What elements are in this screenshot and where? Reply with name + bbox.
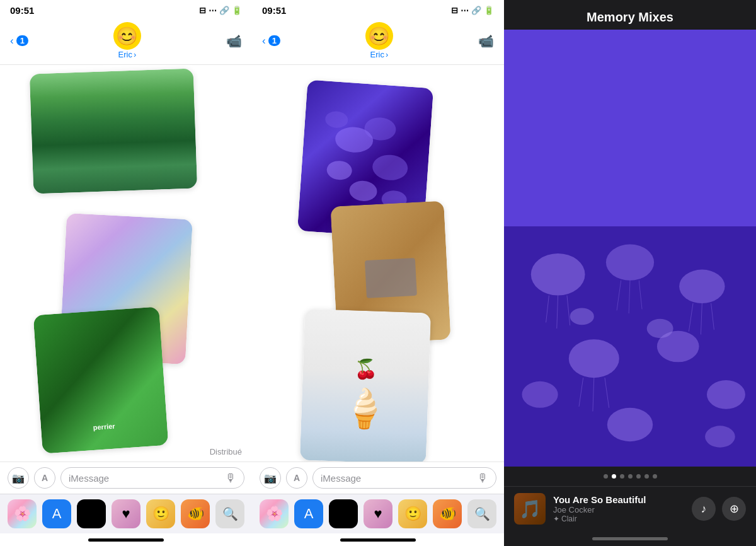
song-sub: ✦ Clair <box>553 514 684 523</box>
heart-icon-1: ♥ <box>122 506 130 522</box>
nemo-btn-1[interactable]: 🐠 <box>181 499 210 528</box>
camera-btn-2[interactable]: 📷 <box>260 467 281 489</box>
dot-7[interactable] <box>653 474 657 479</box>
message-area-2: 🍦 🍒 <box>252 65 504 462</box>
input-bar-2: 📷 A iMessage 🎙 <box>252 462 504 494</box>
status-bar-2: 09:51 ⊟ ⋯ 🔗 🔋 <box>252 0 504 18</box>
camera-icon-1: 📷 <box>12 472 25 484</box>
battery-icon-2: ⊟ <box>451 6 458 15</box>
apps-btn-1[interactable]: A <box>34 467 55 489</box>
name-chevron-1: › <box>134 50 136 59</box>
svg-line-8 <box>546 295 549 322</box>
charge-icon-2: 🔋 <box>484 6 494 15</box>
battery-icon-1: ⊟ <box>199 6 206 15</box>
dot-6[interactable] <box>644 474 649 479</box>
home-bar-memory <box>592 537 668 540</box>
avatar-1: 😊 <box>113 22 141 50</box>
pond-photo-card[interactable] <box>30 69 197 194</box>
apps-icon-1: A <box>42 473 48 483</box>
store-icon-2: A <box>304 506 314 522</box>
activity-btn-2[interactable]: ◉ <box>329 499 358 528</box>
svg-point-29 <box>705 426 735 447</box>
video-call-btn-2[interactable]: 📹 <box>478 33 494 49</box>
status-time-1: 09:51 <box>10 5 34 16</box>
svg-point-2 <box>326 160 353 181</box>
nemo-icon-2: 🐠 <box>439 506 456 522</box>
svg-point-19 <box>569 339 619 378</box>
photos-icon-2: 🌸 <box>266 506 283 522</box>
heart-icon-2: ♥ <box>374 506 382 522</box>
app-store-btn-2[interactable]: A <box>294 499 323 528</box>
svg-point-28 <box>647 319 673 338</box>
photos-icon-1: 🌸 <box>14 506 31 522</box>
home-bar-2 <box>340 538 416 542</box>
perrier-photo-card[interactable]: perrier <box>33 306 169 453</box>
animoji-icon-2: 🙂 <box>404 506 421 522</box>
home-indicator-2 <box>252 533 504 546</box>
song-info: You Are So Beautiful Joe Cocker ✦ Clair <box>553 494 684 523</box>
audio-icon-1: 🎙 <box>225 472 236 485</box>
sub-text: Clair <box>561 514 577 523</box>
dot-1[interactable] <box>604 474 608 479</box>
star-icon: ✦ <box>553 514 559 523</box>
svg-line-18 <box>711 303 714 330</box>
svg-line-17 <box>701 303 702 335</box>
search-btn-2[interactable]: 🔍 <box>467 499 496 528</box>
animoji-btn-1[interactable]: 🙂 <box>146 499 175 528</box>
photos-app-btn-1[interactable]: 🌸 <box>8 499 37 528</box>
activity-icon-2: ◉ <box>338 506 349 521</box>
dot-5[interactable] <box>636 474 641 479</box>
nemo-btn-2[interactable]: 🐠 <box>433 499 462 528</box>
svg-point-4 <box>348 180 377 202</box>
nav-bar-1: ‹ 1 😊 Eric › 📹 <box>0 18 252 65</box>
music-note-icon: ♪ <box>701 502 707 516</box>
panel-2: 09:51 ⊟ ⋯ 🔗 🔋 ‹ 1 😊 Eric › 📹 <box>252 0 504 546</box>
svg-point-24 <box>522 381 558 408</box>
apps-btn-2[interactable]: A <box>286 467 307 489</box>
song-title: You Are So Beautiful <box>553 494 684 505</box>
memory-carousel[interactable] <box>504 30 756 467</box>
svg-point-26 <box>607 408 653 441</box>
store-icon-1: A <box>52 506 62 522</box>
memory-mixes-title: Memory Mixes <box>504 0 756 30</box>
audio-icon-2: 🎙 <box>477 472 488 485</box>
animoji-icon-1: 🙂 <box>152 506 169 522</box>
animoji-btn-2[interactable]: 🙂 <box>398 499 427 528</box>
nav-back-2[interactable]: ‹ 1 <box>262 35 280 47</box>
nav-bar-2: ‹ 1 😊 Eric › 📹 <box>252 18 504 65</box>
photos-app-btn-2[interactable]: 🌸 <box>260 499 289 528</box>
message-area-1: perrier Distribué <box>0 65 252 462</box>
share-music-btn[interactable]: ⊕ <box>722 497 746 521</box>
svg-line-16 <box>689 303 693 332</box>
dot-2[interactable] <box>612 474 616 479</box>
status-icons-1: ⊟ ⋯ 🔗 🔋 <box>199 6 242 15</box>
message-input-1[interactable]: iMessage 🎙 <box>60 467 244 489</box>
activity-icon-1: ◉ <box>86 506 97 521</box>
svg-point-11 <box>606 244 654 280</box>
camera-btn-1[interactable]: 📷 <box>8 467 29 489</box>
nav-center-2[interactable]: 😊 Eric › <box>365 22 393 59</box>
status-bar-1: 09:51 ⊟ ⋯ 🔗 🔋 <box>0 0 252 18</box>
svg-line-10 <box>567 295 570 325</box>
search-btn-1[interactable]: 🔍 <box>215 499 244 528</box>
avatar-2: 😊 <box>365 22 393 50</box>
nav-name-1: Eric › <box>118 50 137 59</box>
video-call-btn-1[interactable]: 📹 <box>226 33 242 49</box>
nav-center-1[interactable]: 😊 Eric › <box>113 22 141 59</box>
dot-3[interactable] <box>620 474 624 479</box>
music-note-btn[interactable]: ♪ <box>692 497 716 521</box>
back-chevron-1: ‹ <box>10 35 14 47</box>
nav-back-1[interactable]: ‹ 1 <box>10 35 28 47</box>
signal-icon-1: ⋯ <box>209 6 217 15</box>
heart-btn-1[interactable]: ♥ <box>112 499 140 528</box>
dot-4[interactable] <box>628 474 633 479</box>
svg-point-15 <box>679 269 724 303</box>
icecream-photo-card[interactable]: 🍦 🍒 <box>300 309 431 462</box>
message-input-2[interactable]: iMessage 🎙 <box>312 467 496 489</box>
activity-btn-1[interactable]: ◉ <box>77 499 106 528</box>
app-row-2: 🌸 A ◉ ♥ 🙂 🐠 🔍 <box>252 494 504 533</box>
msg-photos-2: 🍦 🍒 <box>252 65 504 462</box>
memory-top-section <box>504 30 756 226</box>
app-store-btn-1[interactable]: A <box>42 499 71 528</box>
heart-btn-2[interactable]: ♥ <box>364 499 392 528</box>
